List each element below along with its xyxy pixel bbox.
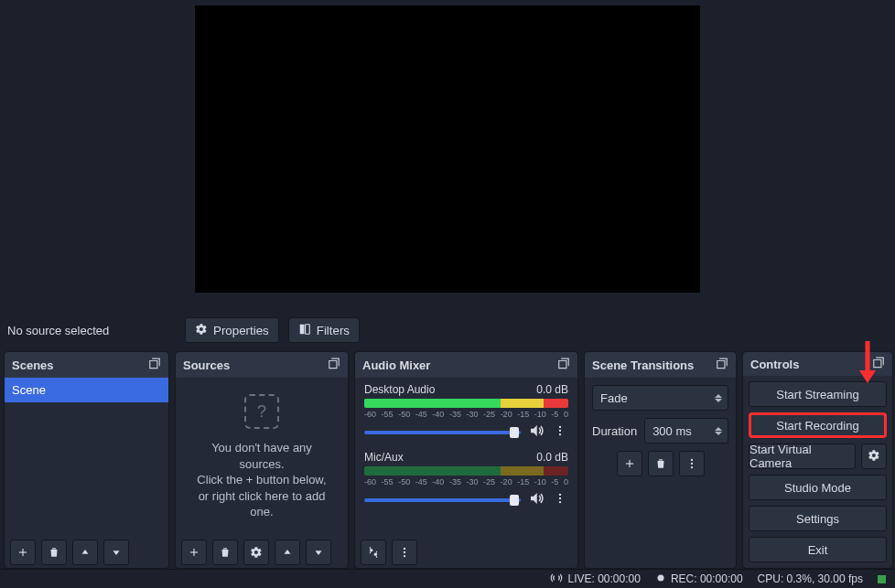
- svg-point-3: [559, 430, 561, 432]
- sources-empty-line2: Click the + button below,: [197, 473, 326, 486]
- speaker-icon[interactable]: [528, 422, 545, 442]
- duration-label: Duration: [592, 424, 637, 438]
- audio-channel-name: Mic/Aux: [364, 451, 404, 464]
- svg-point-11: [404, 551, 405, 553]
- gear-icon: [195, 323, 208, 338]
- move-scene-up-button[interactable]: [72, 540, 98, 565]
- status-live-text: LIVE: 00:00:00: [567, 572, 640, 585]
- svg-point-15: [690, 466, 692, 468]
- gear-icon: [868, 449, 880, 465]
- preview-area: [0, 0, 895, 309]
- transition-selected: Fade: [600, 391, 628, 405]
- start-virtual-camera-label: Start Virtual Camera: [749, 443, 855, 470]
- start-streaming-button[interactable]: Start Streaming: [749, 381, 887, 407]
- sources-empty-line3: or right click here to add one.: [199, 489, 326, 519]
- transition-menu-button[interactable]: [679, 451, 705, 476]
- start-virtual-camera-button[interactable]: Start Virtual Camera: [749, 444, 856, 469]
- scenes-title: Scenes: [12, 358, 54, 372]
- audio-mixer-panel: Audio Mixer Desktop Audio 0.0 dB -60-55-…: [354, 351, 578, 569]
- audio-mixer-title: Audio Mixer: [362, 358, 430, 372]
- status-recording: REC: 00:00:00: [655, 572, 743, 586]
- channel-menu-button[interactable]: [552, 424, 568, 440]
- filters-button[interactable]: Filters: [288, 317, 360, 343]
- exit-button[interactable]: Exit: [749, 537, 887, 562]
- volume-slider[interactable]: [364, 498, 521, 502]
- svg-point-2: [559, 426, 561, 428]
- audio-meter: [364, 466, 568, 476]
- move-scene-down-button[interactable]: [103, 540, 129, 565]
- controls-panel: Controls Start Streaming Start Recording…: [742, 351, 893, 569]
- start-recording-button[interactable]: Start Recording: [749, 412, 887, 438]
- preview-canvas[interactable]: [195, 5, 700, 293]
- sources-empty-state: ? You don't have any sources. Click the …: [176, 378, 348, 537]
- duration-spinner[interactable]: 300 ms: [644, 418, 728, 444]
- controls-header[interactable]: Controls: [743, 352, 892, 376]
- record-icon: [655, 572, 666, 586]
- sources-header[interactable]: Sources: [176, 352, 348, 378]
- audio-channel-db: 0.0 dB: [536, 383, 568, 396]
- sources-list[interactable]: ? You don't have any sources. Click the …: [176, 378, 348, 537]
- add-transition-button[interactable]: [617, 451, 642, 476]
- audio-meter-ticks: -60-55-50-45-40-35-30-25-20-15-10-50: [364, 410, 568, 419]
- slider-thumb[interactable]: [510, 427, 519, 438]
- start-streaming-label: Start Streaming: [776, 388, 858, 401]
- studio-mode-label: Studio Mode: [784, 481, 851, 495]
- scenes-footer: [5, 537, 168, 568]
- svg-point-8: [370, 549, 373, 552]
- settings-button[interactable]: Settings: [749, 506, 887, 531]
- scene-transitions-title: Scene Transitions: [592, 358, 694, 372]
- controls-title: Controls: [750, 358, 799, 371]
- volume-slider[interactable]: [364, 431, 521, 434]
- advanced-audio-button[interactable]: [361, 540, 386, 565]
- audio-menu-button[interactable]: [392, 540, 417, 565]
- properties-button[interactable]: Properties: [185, 317, 279, 343]
- chevron-updown-icon: [715, 427, 722, 435]
- broadcast-icon: [550, 572, 563, 587]
- scenes-panel: Scenes Scene: [4, 351, 169, 569]
- studio-mode-button[interactable]: Studio Mode: [749, 475, 887, 500]
- svg-point-5: [559, 494, 561, 496]
- dock-panels: Scenes Scene Sources ?: [0, 351, 895, 569]
- duration-value: 300 ms: [652, 424, 692, 438]
- audio-channel-name: Desktop Audio: [364, 383, 435, 396]
- remove-scene-button[interactable]: [41, 540, 67, 565]
- speaker-icon[interactable]: [528, 490, 545, 509]
- question-icon: ?: [244, 394, 279, 429]
- popout-icon[interactable]: [557, 358, 570, 373]
- scenes-header[interactable]: Scenes: [5, 352, 168, 378]
- svg-point-7: [559, 501, 561, 503]
- status-rec-text: REC: 00:00:00: [671, 572, 743, 585]
- move-source-up-button[interactable]: [275, 540, 300, 565]
- move-source-down-button[interactable]: [306, 540, 331, 565]
- scene-transitions-header[interactable]: Scene Transitions: [585, 352, 736, 378]
- transition-select[interactable]: Fade: [592, 385, 728, 411]
- popout-icon[interactable]: [328, 358, 340, 373]
- scene-item-name: Scene: [12, 383, 46, 397]
- remove-source-button[interactable]: [212, 540, 238, 565]
- svg-point-18: [657, 574, 663, 581]
- scenes-list[interactable]: Scene: [5, 378, 168, 537]
- filters-label: Filters: [317, 324, 350, 337]
- no-source-selected-label: No source selected: [5, 324, 176, 337]
- popout-icon[interactable]: [148, 358, 161, 373]
- svg-point-10: [404, 548, 405, 550]
- add-source-button[interactable]: [181, 540, 207, 565]
- status-cpu: CPU: 0.3%, 30.00 fps: [758, 572, 863, 585]
- audio-mixer-footer: [355, 537, 577, 568]
- popout-icon[interactable]: [872, 357, 885, 372]
- audio-mixer-header[interactable]: Audio Mixer: [355, 352, 577, 378]
- source-properties-button[interactable]: [243, 540, 269, 565]
- virtual-camera-settings-button[interactable]: [861, 444, 887, 469]
- scene-transitions-body: Fade Duration 300 ms: [585, 378, 736, 484]
- slider-thumb[interactable]: [510, 495, 519, 506]
- scene-item[interactable]: Scene: [5, 378, 168, 402]
- start-recording-label: Start Recording: [776, 419, 858, 433]
- svg-point-14: [690, 463, 692, 465]
- add-scene-button[interactable]: [10, 540, 36, 565]
- svg-point-9: [374, 553, 378, 557]
- sources-title: Sources: [183, 358, 230, 372]
- remove-transition-button[interactable]: [648, 451, 674, 476]
- source-toolbar: No source selected Properties Filters: [0, 309, 895, 351]
- popout-icon[interactable]: [716, 358, 728, 373]
- channel-menu-button[interactable]: [552, 492, 568, 508]
